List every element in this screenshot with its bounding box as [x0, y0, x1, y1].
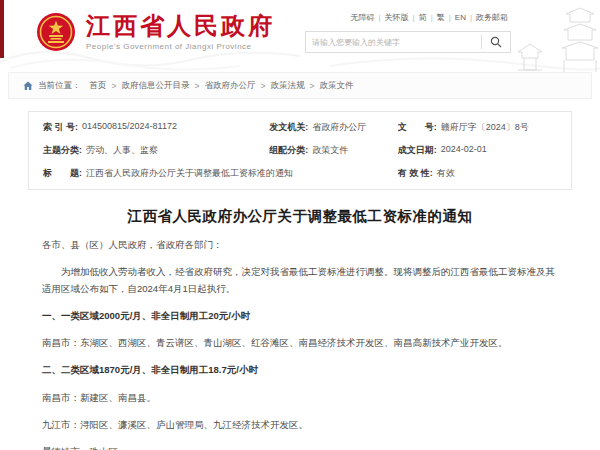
home-icon — [23, 81, 33, 91]
section-2-region-jiujiang: 九江市：浔阳区、濂溪区、庐山管理局、九江经济技术开发区。 — [42, 416, 558, 433]
breadcrumb-separator: > — [309, 81, 314, 91]
link-separator: | — [449, 13, 451, 22]
section-2-heading: 二、二类区域1870元/月、非全日制用工18.7元/小时 — [42, 361, 558, 378]
site-title-group: 江西省人民政府 People's Government of Jiangxi P… — [86, 13, 275, 51]
link-separator: | — [413, 13, 415, 22]
link-accessibility[interactable]: 无障碍 — [350, 12, 374, 23]
meta-topic-category: 主题分类: 劳动、人事、监察 — [43, 144, 269, 157]
search-button[interactable] — [482, 32, 510, 52]
meta-index-no: 索 引 号: 014500815/2024-81172 — [43, 121, 269, 134]
meta-group-category: 组配分类: 政策文件 — [269, 144, 398, 157]
section-1-heading: 一、一类区域2000元/月、非全日制用工20元/小时 — [42, 307, 558, 324]
meta-title: 标 题: 江西省人民政府办公厅关于调整最低工资标准的通知 — [43, 167, 398, 180]
breadcrumb-general-office[interactable]: 省政府办公厅 — [204, 80, 255, 92]
document-meta-table: 索 引 号: 014500815/2024-81172 发文机关: 省政府办公厅… — [28, 111, 572, 190]
breadcrumb-home[interactable]: 首页 — [90, 80, 107, 92]
breadcrumb-separator: > — [112, 81, 117, 91]
document-body: 各市、县（区）人民政府，省政府各部门： 为增加低收入劳动者收入，经省政府研究，决… — [28, 236, 572, 450]
salutation: 各市、县（区）人民政府，省政府各部门： — [42, 236, 558, 253]
site-title: 江西省人民政府 — [86, 13, 275, 39]
search-input[interactable] — [306, 32, 481, 52]
breadcrumb-policies-regs[interactable]: 政策法规 — [270, 80, 304, 92]
intro-paragraph: 为增加低收入劳动者收入，经省政府研究，决定对我省最低工资标准进行调整。现将调整后… — [42, 263, 558, 297]
link-english[interactable]: EN — [455, 13, 466, 22]
section-2-region-nanchang: 南昌市：新建区、南昌县。 — [42, 389, 558, 406]
link-separator: | — [378, 13, 380, 22]
site-header: 江西省人民政府 People's Government of Jiangxi P… — [0, 0, 600, 72]
document-title: 江西省人民政府办公厅关于调整最低工资标准的通知 — [28, 207, 572, 226]
utility-nav: 无障碍 | 关怀版 | 简 | 繁 | EN | 政务邮箱 — [350, 12, 508, 23]
breadcrumb: 当前位置： 首页 > 政府信息公开目录 > 省政府办公厅 > 政策法规 > 政策… — [8, 72, 592, 99]
link-separator: | — [470, 13, 472, 22]
link-traditional[interactable]: 繁 — [437, 12, 445, 23]
document-area: 索 引 号: 014500815/2024-81172 发文机关: 省政府办公厅… — [0, 111, 600, 450]
meta-doc-number: 文 号: 赣府厅字〔2024〕8号 — [398, 121, 557, 134]
section-2-region-jingdezhen: 景德镇市：珠山区。 — [42, 443, 558, 450]
search-icon — [490, 36, 502, 48]
breadcrumb-separator: > — [260, 81, 265, 91]
page: 江西省人民政府 People's Government of Jiangxi P… — [0, 0, 600, 450]
breadcrumb-policy-documents[interactable]: 政策文件 — [319, 80, 353, 92]
breadcrumb-separator: > — [194, 81, 199, 91]
link-separator: | — [431, 13, 433, 22]
national-emblem-icon — [36, 12, 76, 52]
meta-validity: 有 效 性: 有效 — [398, 167, 557, 180]
link-care-version[interactable]: 关怀版 — [385, 12, 409, 23]
link-simplified[interactable]: 简 — [419, 12, 427, 23]
site-subtitle: People's Government of Jiangxi Province — [86, 42, 275, 51]
meta-issuing-agency: 发文机关: 省政府办公厅 — [269, 121, 398, 134]
meta-written-date: 成文日期: 2024-02-01 — [398, 144, 557, 157]
breadcrumb-info-directory[interactable]: 政府信息公开目录 — [121, 80, 189, 92]
pavilion-watermark-icon — [506, 0, 598, 72]
breadcrumb-label: 当前位置： — [38, 80, 81, 92]
link-gov-mail[interactable]: 政务邮箱 — [476, 12, 508, 23]
site-logo[interactable]: 江西省人民政府 People's Government of Jiangxi P… — [36, 12, 275, 52]
section-1-region: 南昌市：东湖区、西湖区、青云谱区、青山湖区、红谷滩区、南昌经济技术开发区、南昌高… — [42, 334, 558, 351]
search-box — [305, 31, 511, 53]
